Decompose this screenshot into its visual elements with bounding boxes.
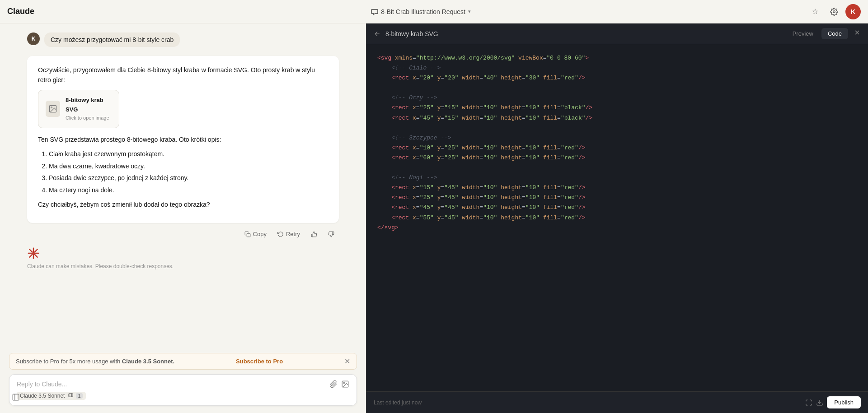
- subscribe-text: Subscribe to Pro for 5x more usage with …: [16, 358, 174, 365]
- code-header-left: 8-bitowy krab SVG: [374, 30, 438, 37]
- code-line: </svg>: [377, 223, 857, 233]
- retry-icon: [277, 231, 284, 237]
- code-line: <!-- Szczypce -->: [377, 133, 857, 143]
- settings-button[interactable]: [826, 4, 842, 19]
- sidebar-toggle-button[interactable]: [8, 390, 23, 405]
- code-tab-button[interactable]: Code: [821, 28, 848, 39]
- code-line: <rect x="10" y="25" width="10" height="1…: [377, 143, 857, 153]
- expand-button[interactable]: [805, 399, 812, 406]
- chat-footer: Subscribe to Pro for 5x more usage with …: [0, 348, 366, 413]
- app-logo: Claude: [7, 7, 34, 16]
- user-initial: K: [851, 8, 855, 15]
- code-line: [377, 163, 857, 173]
- svg-rect-3: [247, 233, 250, 237]
- list-item: Ma dwa czarne, kwadratowe oczy.: [49, 161, 328, 171]
- header-left: Claude: [7, 7, 34, 16]
- code-footer: Last edited just now Publish: [366, 391, 868, 413]
- model-badge: Claude 3.5 Sonnet 1: [17, 392, 86, 400]
- code-line: <rect x="20" y="20" width="40" height="3…: [377, 73, 857, 83]
- copy-button[interactable]: Copy: [240, 228, 271, 240]
- memory-count: 1: [76, 393, 82, 399]
- user-avatar-button[interactable]: K: [845, 4, 861, 19]
- artifact-title: 8-bitowy krab SVG: [66, 96, 112, 115]
- sidebar-toggle-area: [8, 390, 23, 405]
- artifact-image-icon: [46, 101, 60, 117]
- sidebar-icon: [12, 393, 20, 401]
- description-intro: Ten SVG przedstawia prostego 8-bitowego …: [38, 135, 328, 144]
- svg-line-10: [34, 250, 37, 252]
- code-line: <rect x="55" y="45" width="10" height="1…: [377, 213, 857, 223]
- svg-rect-14: [69, 394, 73, 397]
- input-box: Reply to Claude...: [9, 374, 357, 406]
- artifact-text: 8-bitowy krab SVG Click to open image: [66, 96, 112, 122]
- list-item: Ciało kraba jest czerwonym prostokątem.: [49, 149, 328, 159]
- main-layout: K Czy możesz przygotować mi 8-bit style …: [0, 23, 868, 413]
- code-line: <rect x="15" y="45" width="10" height="1…: [377, 183, 857, 193]
- claude-asterisk-icon: [27, 247, 40, 260]
- thumbs-down-icon: [328, 231, 334, 237]
- svg-point-0: [833, 10, 835, 13]
- message-actions: Copy Retry: [27, 228, 339, 240]
- svg-line-9: [34, 255, 37, 257]
- subscribe-link[interactable]: Subscribe to Pro: [236, 358, 283, 365]
- assistant-intro: Oczywiście, przygotowałem dla Ciebie 8-b…: [38, 65, 328, 85]
- thumbs-up-button[interactable]: [306, 228, 322, 240]
- artifact-card[interactable]: 8-bitowy krab SVG Click to open image: [38, 90, 119, 128]
- input-icons: [329, 380, 349, 388]
- retry-button[interactable]: Retry: [273, 228, 305, 240]
- back-button[interactable]: [374, 30, 381, 37]
- star-button[interactable]: ☆: [807, 4, 823, 19]
- image-icon: [341, 380, 349, 388]
- attachment-icon: [329, 380, 338, 388]
- publish-button[interactable]: Publish: [827, 396, 861, 408]
- settings-icon: [830, 8, 838, 16]
- code-line: <rect x="60" y="25" width="10" height="1…: [377, 153, 857, 163]
- list-item: Ma cztery nogi na dole.: [49, 185, 328, 195]
- assistant-question: Czy chciałbyś, żebym coś zmienił lub dod…: [38, 200, 328, 209]
- chat-icon: [371, 8, 378, 15]
- header-right: ☆ K: [807, 4, 861, 19]
- star-icon: ☆: [812, 7, 818, 16]
- last-edited-text: Last edited just now: [374, 399, 422, 406]
- description-list: Ciało kraba jest czerwonym prostokątem. …: [38, 149, 328, 195]
- code-line: <!-- Nogi -->: [377, 173, 857, 183]
- svg-line-8: [29, 250, 32, 252]
- close-banner-button[interactable]: ✕: [344, 357, 350, 366]
- code-footer-right: Publish: [805, 396, 861, 408]
- code-line: <rect x="45" y="15" width="10" height="1…: [377, 113, 857, 123]
- code-line: <rect x="25" y="15" width="10" height="1…: [377, 103, 857, 113]
- code-line: <rect x="45" y="45" width="10" height="1…: [377, 203, 857, 213]
- top-header: Claude 8-Bit Crab Illustration Request ▾…: [0, 0, 868, 23]
- conversation-title: 8-Bit Crab Illustration Request: [381, 8, 465, 15]
- preview-tab-button[interactable]: Preview: [786, 28, 820, 39]
- code-line: [377, 83, 857, 93]
- code-content: <svg xmlns="http://www.w3.org/2000/svg" …: [366, 44, 868, 391]
- attach-button[interactable]: [329, 380, 338, 388]
- user-bubble: Czy możesz przygotować mi 8-bit style cr…: [44, 32, 180, 47]
- copy-label: Copy: [253, 231, 267, 237]
- subscribe-banner: Subscribe to Pro for 5x more usage with …: [9, 353, 357, 370]
- memory-icon: [68, 393, 73, 399]
- download-icon: [816, 399, 823, 406]
- header-center: 8-Bit Crab Illustration Request ▾: [371, 8, 471, 15]
- model-row: Claude 3.5 Sonnet 1: [17, 392, 349, 400]
- input-row: Reply to Claude...: [17, 380, 349, 388]
- media-button[interactable]: [341, 380, 349, 388]
- left-panel: K Czy możesz przygotować mi 8-bit style …: [0, 23, 366, 413]
- expand-icon: [805, 399, 812, 406]
- download-button[interactable]: [816, 399, 823, 406]
- close-panel-button[interactable]: [854, 29, 861, 38]
- assistant-message: Oczywiście, przygotowałem dla Ciebie 8-b…: [27, 56, 339, 223]
- svg-point-13: [343, 382, 344, 383]
- chat-area: K Czy możesz przygotować mi 8-bit style …: [0, 23, 366, 348]
- close-icon: [854, 29, 861, 36]
- code-line: [377, 123, 857, 133]
- right-panel: 8-bitowy krab SVG Preview Code <svg xmln…: [366, 23, 868, 413]
- back-arrow-icon: [374, 30, 381, 37]
- input-placeholder[interactable]: Reply to Claude...: [17, 381, 329, 388]
- copy-icon: [244, 231, 251, 237]
- artifact-subtitle: Click to open image: [66, 114, 112, 122]
- thumbs-down-button[interactable]: [324, 228, 339, 240]
- code-header-right: Preview Code: [786, 28, 861, 39]
- svg-rect-17: [13, 394, 19, 400]
